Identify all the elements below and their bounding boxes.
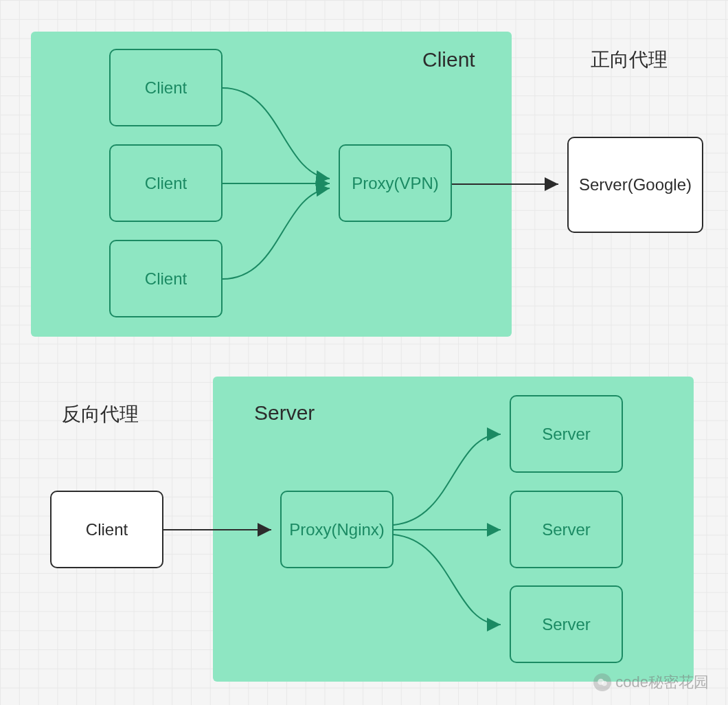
box-label: Client <box>145 269 187 289</box>
forward-client-2: Client <box>109 144 223 222</box>
box-label: Server <box>542 425 591 444</box>
forward-client-1: Client <box>109 49 223 126</box>
reverse-client-box: Client <box>50 491 163 568</box>
reverse-server-3: Server <box>510 585 623 663</box>
box-label: Server <box>542 520 591 539</box>
box-label: Proxy(VPN) <box>352 174 439 193</box>
box-label: Client <box>86 520 128 539</box>
diagram-canvas: 正向代理 Client Client Client Client Proxy(V… <box>0 0 728 705</box>
watermark-text: code秘密花园 <box>615 672 709 693</box>
reverse-proxy-title: 反向代理 <box>62 401 139 427</box>
reverse-container-label: Server <box>254 401 315 425</box>
forward-container-label: Client <box>422 48 475 71</box>
wechat-icon <box>593 673 611 691</box>
box-label: Client <box>145 78 187 98</box>
reverse-proxy-box: Proxy(Nginx) <box>280 491 394 568</box>
box-label: Server <box>542 615 591 634</box>
forward-proxy-title: 正向代理 <box>591 47 668 73</box>
box-label: Client <box>145 174 187 193</box>
forward-server-box: Server(Google) <box>567 137 703 233</box>
forward-client-3: Client <box>109 240 223 317</box>
box-label: Server(Google) <box>579 175 692 194</box>
forward-proxy-box: Proxy(VPN) <box>339 144 452 222</box>
watermark: code秘密花园 <box>593 672 709 693</box>
reverse-server-1: Server <box>510 395 623 473</box>
svg-point-1 <box>602 681 608 686</box>
box-label: Proxy(Nginx) <box>289 520 385 539</box>
reverse-server-2: Server <box>510 491 623 568</box>
